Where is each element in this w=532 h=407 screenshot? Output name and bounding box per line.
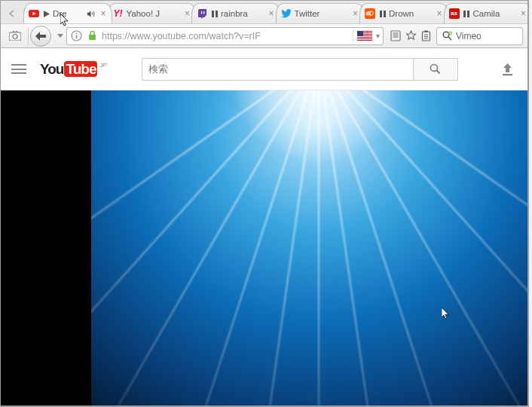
svg-rect-15 [357,38,372,38]
upload-button[interactable] [499,61,515,78]
svg-rect-2 [203,11,204,14]
tab-lastfm[interactable]: as Camila × [444,3,530,23]
tab-strip: Dre × Y! Yahoo! J × rainbra × Twit [1,1,527,23]
url-dropdown-icon[interactable]: ▾ [376,32,380,40]
play-icon [42,10,50,18]
clipboard-icon[interactable] [418,29,433,44]
youtube-header: YouTube JP [1,48,527,90]
reader-icon[interactable] [388,29,403,44]
video-frame [91,90,527,405]
url-text: https://www.youtube.com/watch?v=rIF [102,31,349,41]
tab-twitter[interactable]: Twitter × [276,3,365,23]
pause-icon [378,10,387,18]
tab-title: Drown [389,9,433,18]
tab-scroll-left[interactable] [1,3,23,23]
browser-search-box[interactable]: Vimeo [436,27,523,45]
back-button[interactable] [30,26,51,47]
youtube-search [142,58,458,81]
search-icon [430,63,441,75]
url-bar[interactable]: https://www.youtube.com/watch?v=rIF ▾ [66,27,384,45]
nav-bar: https://www.youtube.com/watch?v=rIF ▾ Vi… [1,23,527,48]
svg-rect-23 [424,31,428,33]
soundcloud-icon [365,8,375,19]
svg-rect-8 [75,33,77,35]
svg-rect-14 [357,36,372,37]
vimeo-search-icon [442,31,452,41]
site-info-icon[interactable] [70,30,82,42]
svg-rect-32 [503,74,512,75]
country-code: JP [99,62,106,69]
lastfm-icon: as [449,8,460,19]
lock-icon [86,30,98,42]
svg-rect-7 [75,35,77,38]
twitch-icon [197,8,207,19]
tab-title: Twitter [295,9,350,18]
svg-rect-16 [357,39,372,40]
svg-rect-9 [89,35,96,40]
tab-title: Yahoo! J [127,9,182,18]
page-content: YouTube JP [1,48,527,405]
close-icon[interactable]: × [99,9,109,19]
pause-icon [210,10,219,18]
tab-twitch[interactable]: rainbra × [191,3,280,23]
svg-point-5 [13,35,17,39]
close-icon[interactable]: × [435,9,445,19]
svg-point-30 [431,65,438,72]
svg-rect-4 [9,32,21,41]
speaker-icon[interactable] [87,10,95,18]
tab-yahoo[interactable]: Y! Yahoo! J × [108,3,197,23]
video-letterbox [1,90,91,405]
svg-rect-18 [391,31,400,41]
yahoo-icon: Y! [113,8,124,19]
svg-line-28 [448,37,451,40]
flag-us-icon[interactable] [357,31,372,41]
youtube-icon [29,8,39,19]
tab-title: Dre [53,9,87,18]
screenshot-button[interactable] [5,26,25,46]
svg-rect-1 [201,11,202,14]
search-button[interactable] [413,58,458,81]
tab-title: rainbra [221,9,265,18]
search-input[interactable] [142,58,413,81]
bookmark-star-icon[interactable] [403,29,418,44]
svg-line-31 [437,71,440,74]
close-icon[interactable]: × [267,9,277,19]
close-icon[interactable]: × [518,9,528,19]
svg-point-27 [443,32,449,38]
svg-rect-17 [357,31,363,36]
tab-soundcloud[interactable]: Drown × [359,3,448,23]
video-player[interactable] [1,90,527,405]
dropdown-history[interactable] [54,26,66,46]
tab-youtube[interactable]: Dre × [23,3,112,23]
mouse-cursor [442,308,451,321]
tab-title: Camila [473,9,518,18]
pause-icon [463,10,471,18]
youtube-logo[interactable]: YouTube JP [40,61,107,78]
search-engine-label: Vimeo [456,31,482,41]
hamburger-menu-icon[interactable] [11,61,28,78]
twitter-icon [281,8,292,19]
